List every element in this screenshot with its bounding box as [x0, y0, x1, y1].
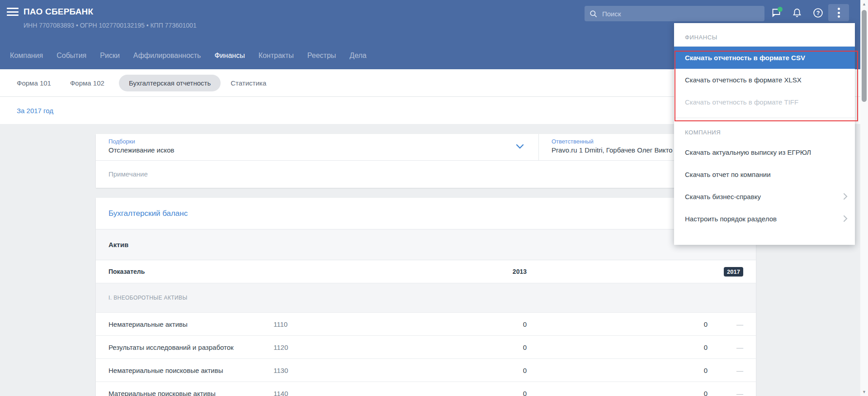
row-code: 1110	[274, 320, 405, 328]
scrollbar-down-arrow[interactable]: ▼	[860, 390, 868, 394]
more-options-kebab-icon[interactable]	[828, 4, 849, 21]
year-2017-link[interactable]: За 2017 год	[17, 107, 53, 115]
tab-reestry[interactable]: Реестры	[307, 49, 336, 69]
row-code: 1140	[274, 390, 405, 396]
row-name: Результаты исследований и разработок	[108, 344, 274, 351]
chevron-down-icon[interactable]	[516, 144, 524, 149]
menu-section-finances: ФИНАНСЫ	[674, 23, 855, 46]
summary-card: Подборки Отслеживание исков Ответственны…	[96, 134, 756, 188]
balance-sheet-title: Бухгалтерский баланс	[108, 209, 188, 218]
tab-dela[interactable]: Дела	[349, 49, 366, 69]
page-scrollbar[interactable]: ▲ ▼	[860, 0, 868, 396]
note-placeholder: Примечание	[108, 170, 743, 178]
asset-section-header: Актив	[96, 229, 756, 260]
row-value-2013: 0	[405, 344, 527, 351]
subtab-forma-102[interactable]: Форма 102	[70, 75, 104, 91]
tab-affilirovannost[interactable]: Аффилированность	[133, 49, 201, 69]
chevron-right-icon	[843, 215, 848, 222]
table-header-row: Показатель 2013 2017	[96, 260, 756, 283]
group-header-noncurrent-assets: I. ВНЕОБОРОТНЫЕ АКТИВЫ	[96, 283, 756, 313]
svg-text:?: ?	[816, 10, 820, 16]
menu-item-download-csv[interactable]: Скачать отчетность в формате CSV	[674, 47, 855, 69]
menu-item-download-tiff: Скачать отчетность в формате TIFF	[674, 91, 855, 113]
subtab-buhgalterskaya-otchetnost[interactable]: Бухгалтерская отчетность	[119, 75, 221, 91]
row-trend-dash: —	[708, 367, 743, 374]
menu-item-label: Настроить порядок разделов	[685, 215, 777, 223]
row-code: 1130	[274, 367, 405, 374]
tab-riski[interactable]: Риски	[100, 49, 120, 69]
collections-selector[interactable]: Подборки Отслеживание исков	[96, 134, 539, 160]
row-trend-dash: —	[708, 320, 743, 328]
scrollbar-thumb[interactable]	[862, 10, 867, 102]
company-title: ПАО СБЕРБАНК	[24, 7, 93, 17]
scrollbar-up-arrow[interactable]: ▲	[860, 2, 868, 6]
row-name: Нематериальные активы	[108, 320, 274, 328]
search-icon	[589, 10, 598, 18]
help-icon[interactable]: ?	[807, 4, 828, 21]
tab-sobytiya[interactable]: События	[57, 49, 86, 69]
table-row: Нематериальные активы 1110 0 0 —	[96, 313, 756, 336]
row-trend-dash: —	[708, 390, 743, 396]
main-tabs: Компания События Риски Аффилированность …	[10, 49, 367, 69]
chevron-right-icon	[843, 193, 848, 200]
tab-finansy[interactable]: Финансы	[214, 49, 245, 69]
collections-value: Отслеживание исков	[108, 146, 526, 154]
menu-section-company: КОМПАНИЯ	[674, 118, 855, 141]
row-value-2017: 0	[527, 367, 708, 374]
menu-item-business-reference[interactable]: Скачать бизнес-справку	[674, 186, 855, 208]
table-row: Результаты исследований и разработок 112…	[96, 336, 756, 359]
menu-item-egrul-extract[interactable]: Скачать актуальную выписку из ЕГРЮЛ	[674, 141, 855, 163]
tab-kompaniya[interactable]: Компания	[10, 49, 43, 69]
table-row: Материальные поисковые активы 1140 0 0 —	[96, 382, 756, 396]
collections-label: Подборки	[108, 138, 526, 145]
download-dropdown-menu: ФИНАНСЫ Скачать отчетность в формате CSV…	[674, 23, 855, 245]
header-icons: ?	[766, 4, 849, 22]
row-value-2013: 0	[405, 320, 527, 328]
tab-kontrakty[interactable]: Контракты	[259, 49, 294, 69]
subtab-statistika[interactable]: Статистика	[231, 75, 266, 91]
row-name: Материальные поисковые активы	[108, 390, 274, 396]
balance-sheet-card: Бухгалтерский баланс Актив Показатель 20…	[96, 198, 756, 396]
search-box[interactable]	[585, 6, 764, 21]
column-header-indicator: Показатель	[108, 268, 274, 275]
row-value-2013: 0	[405, 367, 527, 374]
company-registration-meta: ИНН 7707083893 • ОГРН 1027700132195 • КП…	[24, 22, 197, 29]
hamburger-menu-icon[interactable]	[7, 8, 19, 17]
search-input[interactable]	[602, 10, 760, 18]
column-header-2013: 2013	[405, 268, 527, 275]
row-value-2013: 0	[405, 390, 527, 396]
menu-item-configure-sections[interactable]: Настроить порядок разделов	[674, 208, 855, 230]
feedback-chat-icon[interactable]	[766, 4, 787, 21]
row-code: 1120	[274, 344, 405, 351]
menu-item-download-xlsx[interactable]: Скачать отчетность в формате XLSX	[674, 69, 855, 91]
menu-item-company-report[interactable]: Скачать отчет по компании	[674, 163, 855, 186]
note-field[interactable]: Примечание	[96, 161, 756, 187]
table-row: Нематериальные поисковые активы 1130 0 0…	[96, 359, 756, 382]
row-name: Нематериальные поисковые активы	[108, 367, 274, 374]
row-value-2017: 0	[527, 390, 708, 396]
notifications-bell-icon[interactable]	[787, 4, 807, 21]
row-trend-dash: —	[708, 344, 743, 351]
row-value-2017: 0	[527, 320, 708, 328]
row-value-2017: 0	[527, 344, 708, 351]
year-2017-chip[interactable]: 2017	[724, 267, 743, 277]
menu-item-label: Скачать бизнес-справку	[685, 193, 761, 200]
notification-dot	[778, 7, 783, 12]
subtab-forma-101[interactable]: Форма 101	[17, 75, 51, 91]
